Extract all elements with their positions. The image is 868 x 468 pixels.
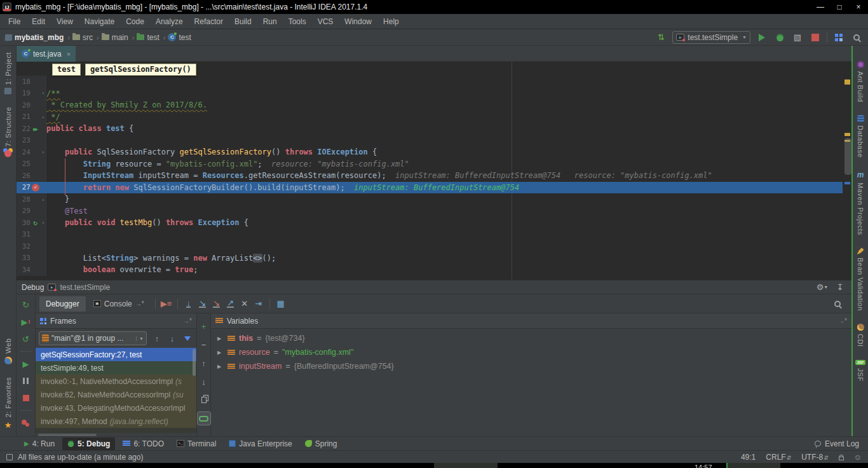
float-icon[interactable]: →* [838, 317, 847, 324]
lock-icon[interactable] [839, 457, 844, 460]
fold-marker[interactable]: ▾ [40, 220, 46, 226]
hide-library-frames-button[interactable] [181, 332, 194, 345]
editor-line[interactable]: 25 String resource = "mybatis-config.xml… [17, 158, 843, 170]
toolwindow-tab-6-todo[interactable]: 6: TODO [118, 437, 169, 450]
variable-row[interactable]: ▶inputStream={BufferedInputStream@754} [211, 359, 851, 373]
next-frame-button[interactable]: ↓ [166, 332, 179, 345]
stop-button[interactable] [20, 392, 32, 404]
line-ending-select[interactable]: CRLF⇵ [766, 453, 791, 462]
menu-view[interactable]: View [51, 14, 79, 29]
show-watches-button[interactable] [198, 412, 210, 425]
editor-line[interactable]: 29 @Test [17, 205, 843, 217]
stripe-mark-yellow[interactable] [844, 133, 850, 136]
run-configuration-select[interactable]: ▸ test.testSimple ▼ [672, 31, 750, 44]
breadcrumb-item[interactable]: main [102, 33, 128, 42]
show-running-tests-button[interactable]: ↺ [20, 333, 32, 345]
run-method-icon[interactable]: ↻ [31, 223, 40, 223]
debug-button[interactable] [773, 31, 786, 44]
force-step-into-button[interactable]: ↘ [210, 298, 223, 310]
breadcrumb-item[interactable]: src [72, 33, 93, 42]
run-class-icon[interactable]: ▶▶ [33, 126, 36, 132]
copy-value-button[interactable] [198, 394, 210, 406]
editor-line[interactable]: 23 [17, 135, 843, 147]
editor-line[interactable]: 31 [17, 229, 843, 241]
tool-window-button-bean-validation[interactable]: Bean Validation [857, 247, 864, 311]
tool-window-button-ant-build[interactable]: Ant Build [857, 61, 864, 102]
incoming-changes-icon[interactable]: ⇅ [654, 31, 667, 44]
frame-row[interactable] [36, 428, 196, 433]
editor-line[interactable]: 32 [17, 240, 843, 252]
editor-line[interactable]: 28▴ } [17, 193, 843, 205]
prev-frame-button[interactable]: ↑ [151, 332, 163, 345]
chevron-right-icon[interactable]: ▶ [217, 364, 224, 369]
breadcrumb-item[interactable]: Ctest [168, 33, 191, 42]
step-out-button[interactable]: ↗ [224, 298, 237, 310]
run-button[interactable] [756, 31, 768, 44]
move-watch-down-button[interactable]: ↓ [198, 375, 210, 388]
tool-window-button-1-project[interactable]: 1: Project [4, 52, 12, 94]
editor-line[interactable]: 18 [17, 76, 843, 88]
pause-button[interactable] [20, 375, 32, 387]
settings-gear-icon[interactable]: ⚙▼ [816, 281, 829, 294]
variable-row[interactable]: ▶resource="mybatis-config.xml" [211, 345, 851, 359]
rerun-failed-tests-button[interactable]: ▶ [20, 315, 32, 328]
menu-tools[interactable]: Tools [283, 14, 312, 29]
drop-frame-button[interactable]: ✕ [238, 298, 251, 310]
toolwindow-tab-terminal[interactable]: >_Terminal [172, 437, 221, 450]
rerun-button[interactable]: ↻ [20, 298, 32, 311]
frame-row[interactable]: invoke:62, NativeMethodAccessorImpl (su [36, 388, 196, 401]
menu-build[interactable]: Build [229, 14, 257, 29]
coverage-button[interactable]: ▧ [791, 31, 804, 44]
encoding-select[interactable]: UTF-8⇵ [801, 453, 829, 462]
fold-marker[interactable]: ▾ [40, 90, 46, 96]
editor-line[interactable]: 19▾/** [17, 88, 843, 100]
breakpoint-icon[interactable]: ✓ [31, 184, 40, 191]
breadcrumb-item[interactable]: test [137, 33, 159, 42]
toolwindow-tab-4-run[interactable]: ▶4: Run [19, 437, 60, 450]
breakpoint-icon[interactable]: ✓ [32, 184, 39, 191]
variable-row[interactable]: ▶this={test@734} [211, 331, 851, 345]
menu-vcs[interactable]: VCS [312, 14, 339, 29]
breadcrumb-chip-class[interactable]: test [52, 64, 81, 76]
event-log-button[interactable]: Event Log [815, 439, 868, 448]
menu-refactor[interactable]: Refactor [189, 14, 229, 29]
fold-marker[interactable]: ▴ [40, 196, 46, 202]
editor-line[interactable]: 27✓ return new SqlSessionFactoryBuilder(… [17, 182, 843, 194]
fold-marker[interactable]: ▾ [40, 149, 46, 155]
tool-window-button-cdi[interactable]: CDI [857, 324, 864, 347]
editor-line[interactable]: 20 * Created by Shmily Z on 2017/8/6. [17, 99, 843, 111]
chevron-right-icon[interactable]: ▶ [217, 336, 224, 341]
class-filters-button[interactable] [831, 298, 844, 310]
editor-line[interactable]: 34 boolean overwrite = true; [17, 264, 843, 276]
thread-selector[interactable]: "main"@1 in group ... ▼ [39, 331, 147, 345]
menu-file[interactable]: File [3, 14, 26, 29]
editor-line[interactable]: 26 InputStream inputStream = Resources.g… [17, 170, 843, 182]
toolwindow-tab-spring[interactable]: Spring [300, 437, 342, 450]
show-execution-point-button[interactable]: ▶≡ [160, 298, 173, 310]
menu-navigate[interactable]: Navigate [79, 14, 120, 29]
maximize-button[interactable]: □ [830, 0, 849, 14]
toolwindow-toggle-icon[interactable] [6, 454, 13, 460]
taskbar-app[interactable] [726, 463, 780, 468]
tab-console[interactable]: ▣ Console →* [87, 296, 151, 312]
code-editor[interactable]: test getSqlSessionFactory() 1819▾/**20 *… [17, 62, 851, 280]
stripe-mark-execution[interactable] [844, 182, 850, 184]
tool-window-button-jsf[interactable]: JSFJSF [855, 360, 865, 382]
tool-window-button-web[interactable]: Web [4, 338, 12, 364]
hector-icon[interactable]: ☺ [854, 453, 862, 462]
step-into-button[interactable]: ↘ [196, 298, 209, 310]
step-over-button[interactable]: ↓ [182, 298, 195, 310]
run-to-cursor-button[interactable]: ⇥ [252, 298, 265, 310]
tab-test-java[interactable]: C test.java × [17, 46, 76, 62]
tool-window-button-maven-projects[interactable]: mMaven Projects [857, 170, 864, 235]
tool-window-button-database[interactable]: Database [857, 115, 864, 158]
frame-row[interactable]: testSimple:49, test [36, 361, 196, 375]
frame-row[interactable]: invoke0:-1, NativeMethodAccessorImpl (s [36, 375, 196, 388]
add-watch-button[interactable]: + [198, 320, 210, 333]
minimize-button[interactable]: — [811, 0, 830, 14]
toolwindow-tab-5-debug[interactable]: 5: Debug [62, 437, 115, 450]
threads-view-button[interactable] [812, 298, 825, 310]
menu-code[interactable]: Code [120, 14, 150, 29]
project-structure-icon[interactable] [832, 31, 845, 44]
search-icon[interactable] [850, 31, 863, 44]
